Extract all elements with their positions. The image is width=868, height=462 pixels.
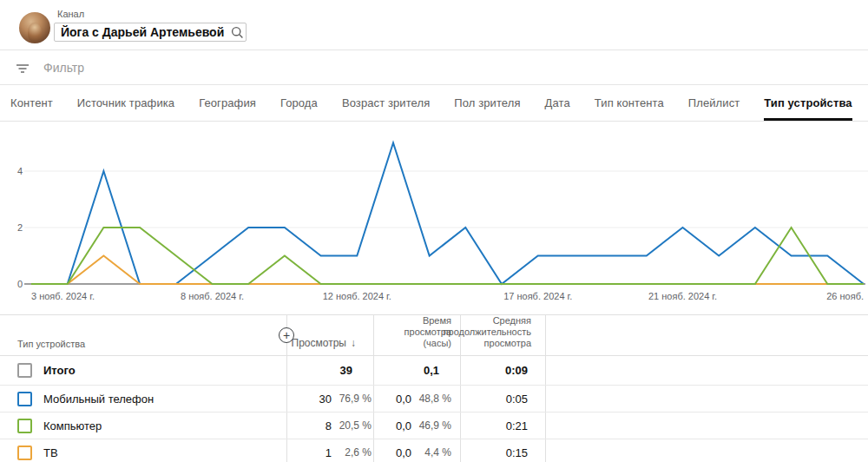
row-label: Компьютер [43,419,102,432]
youtube-studio-analytics-page: Канал КонтентИсточник трафикаГеографияГо… [0,0,868,462]
total-views: 39 [287,364,352,377]
row-watch-time-pct: 4,4 % [417,446,451,459]
row-avg-duration: 0:05 [506,393,528,406]
row-views-pct: 2,6 % [337,446,372,459]
x-tick-label: 17 нояб. 2024 г. [503,291,572,301]
x-tick-label: 26 нояб. [826,291,864,301]
chart-section: 0243 нояб. 2024 г.8 нояб. 2024 г.12 нояб… [0,122,868,314]
row-watch-time: 0,0 [374,393,417,406]
channel-search-box [54,23,247,42]
tab-2[interactable]: Источник трафика [77,85,174,121]
x-tick-label: 3 нояб. 2024 г. [31,291,95,301]
row-watch-time: 0,0 [374,446,417,459]
tab-9[interactable]: Плейлист [688,85,740,121]
row-views: 30 [287,393,337,406]
table-row[interactable]: ТВ12,6 %0,04,4 %0:15 [0,439,868,462]
tab-10[interactable]: Тип устройства [764,85,852,121]
tab-8[interactable]: Тип контента [595,85,664,121]
filter-bar [0,50,868,85]
add-metric-button[interactable]: + [279,327,294,343]
x-tick-label: 12 нояб. 2024 г. [323,291,391,301]
y-tick-label: 0 [17,279,23,289]
tab-3[interactable]: География [199,85,256,121]
row-checkbox[interactable] [17,419,32,433]
total-label: Итого [43,364,76,377]
filter-input[interactable] [42,60,868,76]
tab-7[interactable]: Дата [545,85,570,121]
header-views[interactable]: Просмотры ↓ [286,315,373,355]
dimension-tabs: КонтентИсточник трафикаГеографияГородаВо… [0,85,868,122]
series-line-3[interactable] [31,256,864,285]
tab-6[interactable]: Пол зрителя [454,85,520,121]
row-views: 1 [287,446,337,459]
total-avg-duration: 0:09 [461,364,528,377]
row-avg-duration: 0:15 [506,446,528,459]
row-views: 8 [287,419,337,432]
row-watch-time-pct: 48,8 % [417,393,451,405]
table-row-total[interactable]: Итого 39 0,1 0:09 [0,356,868,386]
row-views-pct: 76,9 % [337,393,372,405]
table-row[interactable]: Мобильный телефон3076,9 %0,048,8 %0:05 [0,386,868,412]
series-line-1[interactable] [31,143,864,285]
total-checkbox[interactable] [17,363,32,378]
table-row[interactable]: Компьютер820,5 %0,046,9 %0:21 [0,412,868,439]
table-header-row: Тип устройства Просмотры ↓ Время просмот… [0,315,868,356]
row-avg-duration: 0:21 [506,419,528,432]
row-watch-time: 0,0 [374,419,417,432]
row-label: ТВ [43,446,58,459]
tab-4[interactable]: Города [280,85,318,121]
x-tick-label: 8 нояб. 2024 г. [181,291,244,301]
top-bar: Канал [0,0,868,50]
total-watch-time: 0,1 [374,364,439,377]
row-watch-time-pct: 46,9 % [417,419,451,432]
row-checkbox[interactable] [17,446,32,460]
channel-search-input[interactable] [61,25,231,39]
channel-avatar[interactable] [19,12,50,43]
row-views-pct: 20,5 % [337,419,372,432]
y-tick-label: 2 [17,222,23,233]
tab-1[interactable]: Контент [10,85,53,121]
row-label: Мобильный телефон [43,393,154,406]
x-tick-label: 21 нояб. 2024 г. [648,291,717,301]
search-icon[interactable] [231,26,244,39]
row-checkbox[interactable] [17,392,32,406]
device-type-line-chart[interactable]: 0243 нояб. 2024 г.8 нояб. 2024 г.12 нояб… [0,122,868,314]
channel-label: Канал [57,9,84,19]
header-device-type: Тип устройства [0,315,286,355]
filter-icon [16,62,30,74]
header-avg-duration[interactable]: Средняя продолжительность просмотра [460,315,545,355]
series-line-2[interactable] [31,228,864,284]
device-type-table: Тип устройства Просмотры ↓ Время просмот… [0,314,868,462]
tab-5[interactable]: Возраст зрителя [342,85,430,121]
sort-desc-icon: ↓ [351,337,356,349]
y-tick-label: 4 [17,166,23,176]
